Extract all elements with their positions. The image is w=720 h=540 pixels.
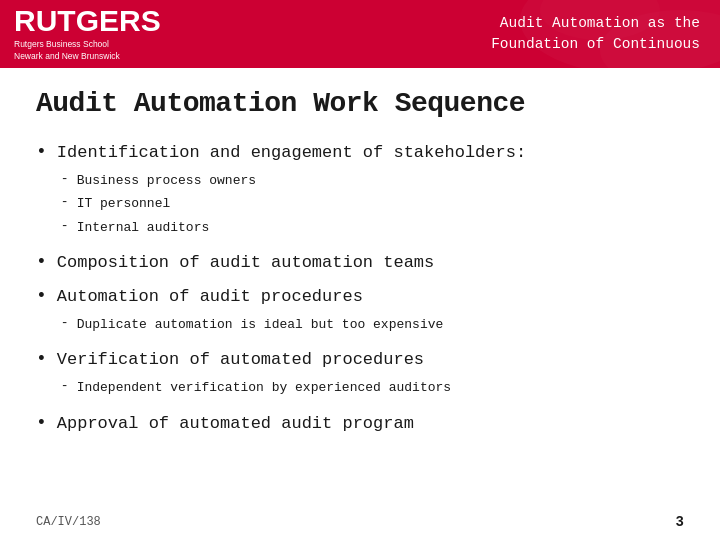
sub-list-1: - Business process owners - IT personnel… [61, 171, 526, 238]
sub-item-1-1: - Business process owners [61, 171, 526, 191]
sub-text-1-3: Internal auditors [77, 218, 210, 238]
bullet-dot-1: • [36, 142, 47, 162]
bullet-item-5: • Approval of automated audit program [36, 412, 684, 436]
bullet-list: • Identification and engagement of stake… [36, 141, 684, 435]
sub-dash-1-3: - [61, 218, 69, 233]
bullet-dot-5: • [36, 413, 47, 433]
bullet-dot-4: • [36, 349, 47, 369]
sub-text-1-1: Business process owners [77, 171, 256, 191]
header-slide-title: Audit Automation as the Foundation of Co… [491, 13, 700, 55]
sub-dash-3-1: - [61, 315, 69, 330]
logo-block: RUTGERS Rutgers Business School Newark a… [0, 0, 190, 68]
bullet-text-1: Identification and engagement of stakeho… [57, 143, 526, 162]
header: RUTGERS Rutgers Business School Newark a… [0, 0, 720, 68]
header-right: Audit Automation as the Foundation of Co… [190, 0, 720, 68]
footer: CA/IV/138 3 [36, 514, 684, 530]
main-content: Audit Automation Work Sequence • Identif… [0, 68, 720, 455]
sub-text-4-1: Independent verification by experienced … [77, 378, 451, 398]
bullet-content-1: Identification and engagement of stakeho… [57, 141, 526, 241]
sub-text-3-1: Duplicate automation is ideal but too ex… [77, 315, 444, 335]
school-name: Rutgers Business School Newark and New B… [14, 39, 176, 63]
footer-label: CA/IV/138 [36, 515, 101, 529]
sub-item-1-2: - IT personnel [61, 194, 526, 214]
sub-item-4-1: - Independent verification by experience… [61, 378, 451, 398]
sub-item-3-1: - Duplicate automation is ideal but too … [61, 315, 443, 335]
bullet-item-3: • Automation of audit procedures - Dupli… [36, 285, 684, 338]
sub-list-3: - Duplicate automation is ideal but too … [61, 315, 443, 335]
bullet-text-5: Approval of automated audit program [57, 412, 414, 436]
sub-item-1-3: - Internal auditors [61, 218, 526, 238]
bullet-text-4: Verification of automated procedures [57, 350, 424, 369]
bullet-item-1: • Identification and engagement of stake… [36, 141, 684, 241]
sub-dash-1-2: - [61, 194, 69, 209]
bullet-text-3: Automation of audit procedures [57, 287, 363, 306]
sub-dash-4-1: - [61, 378, 69, 393]
rutgers-wordmark: RUTGERS [14, 6, 176, 36]
slide-main-title: Audit Automation Work Sequence [36, 88, 684, 119]
bullet-dot-2: • [36, 252, 47, 272]
bullet-content-3: Automation of audit procedures - Duplica… [57, 285, 443, 338]
bullet-item-4: • Verification of automated procedures -… [36, 348, 684, 401]
bullet-dot-3: • [36, 286, 47, 306]
sub-list-4: - Independent verification by experience… [61, 378, 451, 398]
sub-text-1-2: IT personnel [77, 194, 171, 214]
bullet-item-2: • Composition of audit automation teams [36, 251, 684, 275]
sub-dash-1-1: - [61, 171, 69, 186]
bullet-text-2: Composition of audit automation teams [57, 251, 434, 275]
bullet-content-4: Verification of automated procedures - I… [57, 348, 451, 401]
slide-number: 3 [676, 514, 684, 530]
